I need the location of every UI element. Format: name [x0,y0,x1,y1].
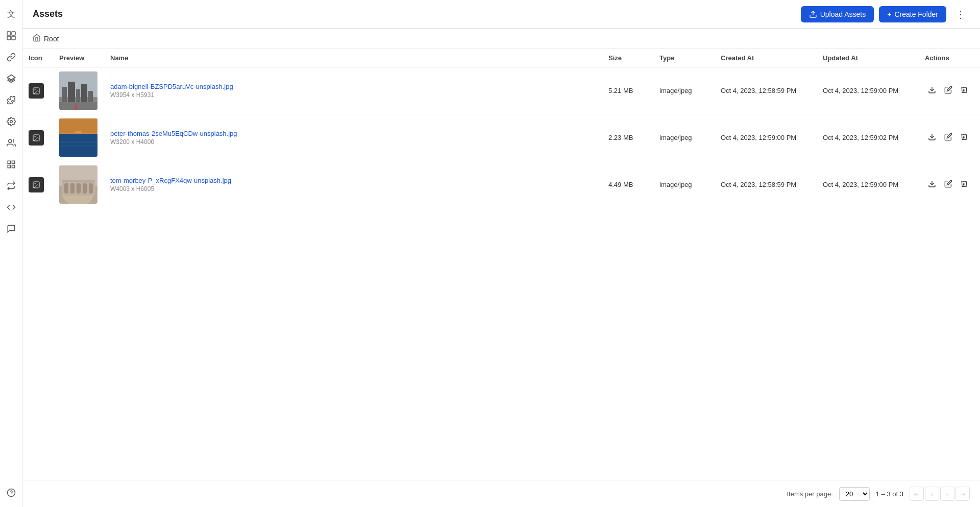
svg-rect-24 [75,105,77,110]
asset-name: adam-bignell-BZSPD5aruVc-unsplash.jpg [110,83,596,90]
svg-rect-2 [7,36,11,40]
more-options-button[interactable]: ⋮ [951,6,970,22]
delete-button[interactable] [957,178,971,192]
asset-actions [919,161,980,208]
svg-rect-44 [70,183,75,194]
link-icon[interactable] [2,48,20,66]
next-page-button[interactable]: › [940,487,954,501]
upload-icon [809,10,817,18]
svg-point-34 [74,131,82,133]
edit-button[interactable] [941,84,955,98]
table-row: tom-morbey-P_xRcgFX4qw-unsplash.jpgW4003… [22,161,980,208]
col-header-preview: Preview [53,49,104,67]
users-icon[interactable] [2,134,20,152]
asset-type-icon [29,177,44,192]
svg-rect-23 [59,102,97,110]
asset-preview [53,67,104,114]
svg-rect-0 [7,32,11,35]
col-header-name: Name [104,49,602,67]
svg-point-6 [8,139,11,142]
download-button[interactable] [925,178,939,192]
col-header-updated: Updated At [817,49,919,67]
svg-rect-33 [59,145,97,147]
help-icon[interactable] [2,484,20,502]
download-button[interactable] [925,131,939,145]
svg-point-15 [35,89,36,90]
asset-created-at: Oct 4, 2023, 12:58:59 PM [715,67,817,114]
col-header-type: Type [653,49,715,67]
download-button[interactable] [925,84,939,98]
table-row: adam-bignell-BZSPD5aruVc-unsplash.jpgW39… [22,67,980,114]
asset-updated-at: Oct 4, 2023, 12:59:00 PM [817,67,919,114]
asset-dimensions: W3200 x H4000 [110,138,596,146]
svg-point-37 [35,183,36,184]
breadcrumb: Root [22,29,980,49]
edit-button[interactable] [941,178,955,192]
table-row: peter-thomas-2seMu5EqCDw-unsplash.jpgW32… [22,114,980,161]
pagination-range: 1 – 3 of 3 [876,490,903,498]
items-per-page-label: Items per page: [787,490,832,498]
asset-created-at: Oct 4, 2023, 12:58:59 PM [715,161,817,208]
create-folder-button[interactable]: + Create Folder [879,6,946,22]
assets-table: Icon Preview Name Size Type Created At U… [22,49,980,208]
prev-page-button[interactable]: ‹ [925,487,939,501]
page-title: Assets [33,9,63,19]
assets-content: Icon Preview Name Size Type Created At U… [22,49,980,480]
asset-size: 2.23 MB [602,114,653,161]
col-header-icon: Icon [22,49,53,67]
svg-rect-1 [12,32,15,35]
sidebar: 文 [0,0,22,507]
svg-rect-3 [12,36,15,40]
main-content: Assets Upload Assets + Create Folder ⋮ R… [22,0,980,507]
asset-preview [53,114,104,161]
asset-size: 5.21 MB [602,67,653,114]
pagination-bar: Items per page: 102050100 1 – 3 of 3 ⇤ ‹… [22,480,980,507]
translate-icon[interactable]: 文 [2,5,20,23]
svg-rect-43 [64,183,68,194]
delete-button[interactable] [957,84,971,98]
col-header-actions: Actions [919,49,980,67]
puzzle-icon[interactable] [2,91,20,109]
asset-updated-at: Oct 4, 2023, 12:59:02 PM [817,114,919,161]
asset-dimensions: W4003 x H6005 [110,185,596,192]
svg-rect-10 [12,165,14,168]
col-header-size: Size [602,49,653,67]
settings-icon[interactable] [2,112,20,131]
upload-assets-button[interactable]: Upload Assets [801,6,874,22]
svg-rect-7 [8,161,10,163]
asset-type: image/jpeg [653,67,715,114]
asset-created-at: Oct 4, 2023, 12:59:00 PM [715,114,817,161]
grid-icon[interactable] [2,155,20,174]
layers-icon[interactable] [2,69,20,88]
header-actions: Upload Assets + Create Folder ⋮ [801,6,970,22]
svg-point-27 [35,136,36,137]
code-icon[interactable] [2,198,20,216]
svg-rect-9 [8,165,10,168]
asset-type: image/jpeg [653,114,715,161]
header: Assets Upload Assets + Create Folder ⋮ [22,0,980,29]
chat-icon[interactable] [2,220,20,238]
breadcrumb-root: Root [44,35,59,43]
asset-type: image/jpeg [653,161,715,208]
edit-button[interactable] [941,131,955,145]
first-page-button[interactable]: ⇤ [910,487,924,501]
asset-name: tom-morbey-P_xRcgFX4qw-unsplash.jpg [110,177,596,184]
delete-button[interactable] [957,131,971,145]
reviews-icon[interactable] [2,177,20,195]
asset-actions [919,67,980,114]
svg-rect-32 [59,141,97,143]
svg-rect-45 [77,183,81,194]
svg-rect-47 [89,183,93,194]
svg-rect-8 [12,161,14,163]
items-per-page-select[interactable]: 102050100 [839,487,870,501]
asset-name: peter-thomas-2seMu5EqCDw-unsplash.jpg [110,130,596,137]
asset-updated-at: Oct 4, 2023, 12:59:00 PM [817,161,919,208]
table-header-row: Icon Preview Name Size Type Created At U… [22,49,980,67]
svg-point-5 [10,120,12,123]
asset-type-icon [29,130,44,146]
last-page-button[interactable]: ⇥ [955,487,970,501]
home-icon [33,34,41,43]
dashboard-icon[interactable] [2,27,20,45]
col-header-created: Created At [715,49,817,67]
svg-rect-46 [83,183,87,194]
